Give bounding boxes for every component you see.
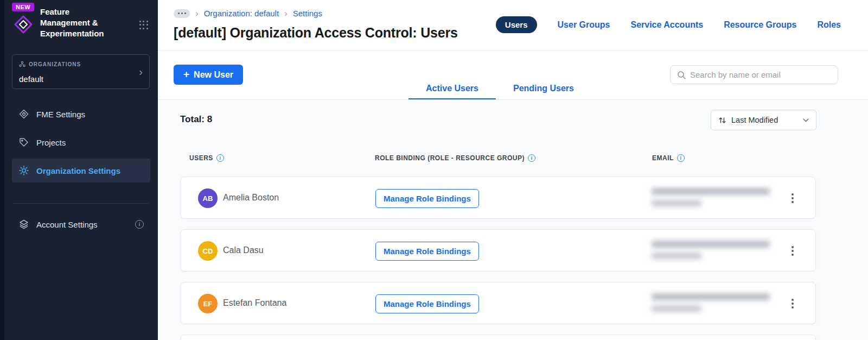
projects-tag-icon [18, 137, 29, 148]
search-box [670, 65, 838, 84]
sidebar-item-label: Organization Settings [36, 166, 120, 175]
column-header-role-binding: ROLE BINDING (ROLE - RESOURCE GROUP) i [375, 154, 535, 162]
info-icon[interactable]: i [677, 154, 685, 162]
manage-role-bindings-button[interactable]: Manage Role Bindings [375, 189, 479, 208]
sidebar-divider [13, 203, 149, 204]
sidebar-item-label: Account Settings [36, 220, 98, 229]
tab-user-groups[interactable]: User Groups [558, 20, 610, 30]
organization-selector[interactable]: ORGANIZATIONS default › [12, 54, 150, 89]
left-rail [0, 0, 4, 340]
avatar: EF [198, 294, 218, 313]
tab-pending-users[interactable]: Pending Users [496, 79, 591, 100]
app-switcher-icon[interactable] [139, 21, 148, 29]
avatar: CD [198, 241, 218, 261]
access-control-nav: Users User Groups Service Accounts Resou… [496, 16, 841, 33]
chevron-right-icon: › [139, 66, 143, 77]
gear-icon [18, 165, 29, 176]
chevron-right-icon: › [284, 9, 288, 18]
search-icon [677, 71, 686, 79]
sidebar-item-organization-settings[interactable]: Organization Settings [12, 159, 150, 182]
info-icon[interactable]: i [216, 154, 224, 162]
email-redacted [652, 293, 770, 312]
column-header-email: EMAIL i [652, 154, 685, 162]
info-icon[interactable]: i [528, 154, 535, 162]
breadcrumb: › Organization: default › Settings [174, 9, 322, 18]
sidebar-item-label: FME Settings [36, 110, 85, 119]
chevron-down-icon [803, 118, 809, 122]
app-logo-icon [13, 14, 34, 35]
sort-dropdown[interactable]: Last Modified [711, 110, 816, 130]
row-menu-button[interactable] [787, 244, 798, 258]
tab-users[interactable]: Users [496, 16, 537, 33]
breadcrumb-ellipsis-button[interactable] [174, 9, 190, 18]
fme-diamond-icon [18, 109, 29, 119]
sidebar-item-account-settings[interactable]: Account Settings i [12, 212, 150, 236]
tab-resource-groups[interactable]: Resource Groups [724, 20, 796, 30]
org-icon [19, 61, 25, 67]
new-badge: NEW [12, 3, 34, 11]
user-name: Estefan Fontana [223, 298, 286, 308]
tab-service-accounts[interactable]: Service Accounts [630, 20, 703, 30]
column-header-users: USERS i [189, 154, 224, 162]
new-user-button[interactable]: + New User [174, 65, 243, 85]
org-selector-value: default [19, 74, 43, 84]
total-count: Total: 8 [180, 114, 212, 125]
search-input[interactable] [690, 70, 831, 79]
layers-icon [18, 219, 29, 230]
app-window: NEW Feature Management & Experimentation [0, 0, 868, 340]
page-title: [default] Organization Access Control: U… [174, 25, 458, 41]
breadcrumb-link-organization[interactable]: Organization: default [204, 9, 279, 18]
breadcrumb-link-settings[interactable]: Settings [293, 9, 322, 18]
app-title: Feature Management & Experimentation [40, 7, 116, 39]
plus-icon: + [183, 69, 189, 79]
table-row: EF Estefan Fontana Manage Role Bindings [180, 282, 816, 324]
users-list-section: Total: 8 Last Modified USERS i ROLE BIND… [158, 100, 868, 340]
main-panel: › Organization: default › Settings [defa… [158, 0, 868, 340]
email-redacted [652, 241, 770, 259]
sort-arrows-icon [718, 116, 726, 124]
manage-role-bindings-button[interactable]: Manage Role Bindings [375, 242, 479, 261]
sidebar-item-label: Projects [36, 138, 66, 147]
table-row: AB Amelia Boston Manage Role Bindings [180, 177, 816, 219]
sidebar-item-fme-settings[interactable]: FME Settings [12, 102, 150, 126]
row-menu-button[interactable] [787, 297, 798, 311]
user-list-tabs: Active Users Pending Users [409, 79, 591, 100]
table-row-partial [180, 335, 816, 340]
org-selector-label: ORGANIZATIONS [29, 61, 81, 67]
sidebar-item-projects[interactable]: Projects [12, 130, 150, 154]
sidebar: NEW Feature Management & Experimentation [4, 0, 158, 340]
sort-value: Last Modified [731, 116, 798, 124]
tab-active-users[interactable]: Active Users [409, 79, 496, 100]
user-name: Cala Dasu [223, 245, 264, 255]
account-info-icon[interactable]: i [135, 220, 144, 229]
user-name: Amelia Boston [223, 193, 279, 203]
header-divider [158, 50, 868, 51]
row-menu-button[interactable] [787, 191, 798, 205]
email-redacted [652, 188, 770, 206]
table-row: CD Cala Dasu Manage Role Bindings [180, 229, 816, 272]
manage-role-bindings-button[interactable]: Manage Role Bindings [375, 294, 479, 313]
chevron-right-icon: › [195, 9, 199, 18]
avatar: AB [198, 188, 218, 208]
tab-roles[interactable]: Roles [817, 20, 841, 30]
